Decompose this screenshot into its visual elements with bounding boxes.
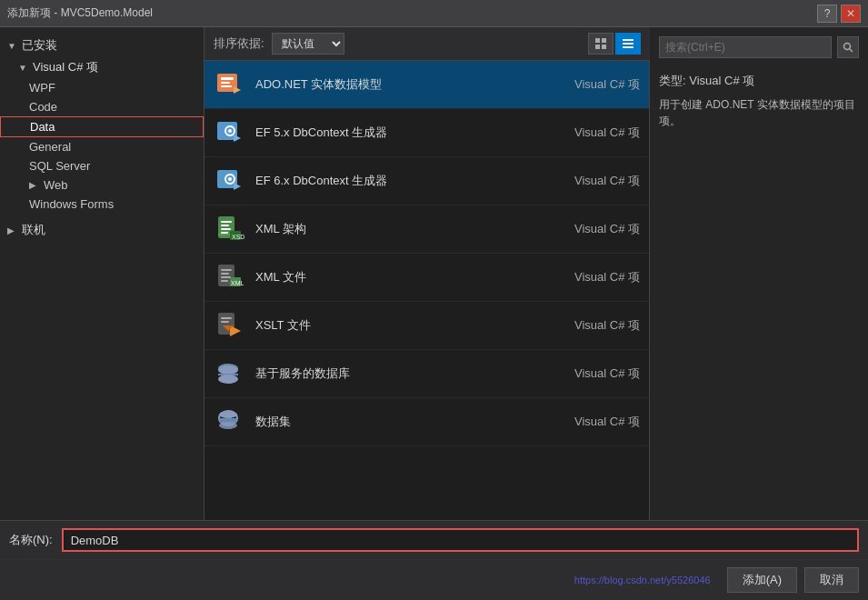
title-text: 添加新项 - MVC5Demo.Model — [7, 5, 153, 21]
name-label: 名称(N): — [9, 532, 53, 548]
item-cat-xslt: Visual C# 项 — [574, 317, 640, 334]
svg-rect-36 — [221, 317, 232, 319]
info-type: 类型: Visual C# 项 — [659, 73, 859, 89]
svg-rect-32 — [221, 280, 228, 282]
svg-rect-10 — [221, 85, 232, 87]
item-name-xmlfile: XML 文件 — [255, 269, 565, 285]
main-content: ▼ 已安装 ▼ Visual C# 项 WPF Code Data Genera… — [0, 27, 868, 520]
xslt-icon — [214, 309, 246, 342]
svg-rect-1 — [602, 38, 606, 43]
sidebar-section-installed[interactable]: ▼ 已安装 — [0, 35, 204, 56]
svg-text:XML: XML — [231, 280, 244, 286]
sidebar-visual-csharp[interactable]: ▼ Visual C# 项 — [0, 56, 204, 78]
view-buttons — [588, 33, 641, 55]
svg-rect-4 — [623, 39, 634, 41]
item-name-ado: ADO.NET 实体数据模型 — [255, 76, 565, 93]
svg-rect-6 — [623, 46, 634, 48]
sidebar-item-code[interactable]: Code — [0, 97, 204, 116]
sidebar-item-sql-server[interactable]: SQL Server — [0, 156, 204, 175]
items-area: ADO.NET 实体数据模型 Visual C# 项 EF 5.x DbCont… — [205, 61, 650, 520]
action-buttons: https://blog.csdn.net/y5526046 添加(A) 取消 — [0, 559, 868, 600]
xmlfile-icon: XML — [214, 261, 246, 294]
sidebar-section-online[interactable]: ▶ 联机 — [0, 219, 204, 241]
svg-rect-9 — [221, 82, 230, 84]
svg-rect-2 — [595, 45, 600, 49]
sidebar-csharp-label: Visual C# 项 — [33, 59, 98, 75]
item-cat-servicedb: Visual C# 项 — [574, 365, 640, 382]
search-input[interactable] — [659, 36, 832, 58]
xmlschema-icon: XSD — [214, 213, 246, 245]
item-row-dataset[interactable]: 数据集 Visual C# 项 — [205, 398, 649, 446]
sidebar-item-wpf[interactable]: WPF — [0, 78, 204, 97]
item-name-xslt: XSLT 文件 — [255, 317, 565, 334]
center-panel: 排序依据: 默认值 — [205, 27, 650, 520]
svg-rect-3 — [602, 45, 606, 49]
bottom-bar: 名称(N): — [0, 520, 868, 559]
arrow-online: ▶ — [7, 225, 18, 235]
ado-icon — [214, 68, 246, 101]
svg-rect-21 — [221, 221, 232, 223]
svg-point-48 — [844, 44, 851, 50]
close-button[interactable]: ✕ — [841, 5, 861, 23]
toolbar: 排序依据: 默认值 — [205, 27, 650, 61]
sidebar-item-windows-forms[interactable]: Windows Forms — [0, 195, 204, 214]
item-row-ef6[interactable]: EF 6.x DbContext 生成器 Visual C# 项 — [205, 157, 649, 205]
svg-point-44 — [218, 375, 238, 384]
add-button[interactable]: 添加(A) — [727, 567, 797, 593]
svg-point-46 — [219, 411, 237, 418]
sort-label: 排序依据: — [214, 35, 264, 52]
svg-rect-24 — [221, 232, 228, 234]
item-cat-ef6: Visual C# 项 — [574, 173, 640, 189]
sidebar: ▼ 已安装 ▼ Visual C# 项 WPF Code Data Genera… — [0, 27, 205, 520]
svg-rect-29 — [221, 269, 232, 271]
ef6-icon — [214, 165, 246, 197]
item-name-servicedb: 基于服务的数据库 — [255, 365, 565, 382]
item-cat-xmlfile: Visual C# 项 — [574, 269, 640, 285]
title-buttons: ? ✕ — [817, 5, 861, 23]
item-name-xmlschema: XML 架构 — [255, 221, 565, 237]
search-box — [659, 36, 859, 58]
item-name-ef6: EF 6.x DbContext 生成器 — [255, 173, 565, 189]
list-view-button[interactable] — [615, 33, 641, 55]
svg-rect-30 — [221, 273, 229, 275]
item-cat-ado: Visual C# 项 — [574, 76, 640, 93]
svg-rect-23 — [221, 228, 231, 230]
sidebar-installed-label: 已安装 — [22, 37, 57, 54]
servicedb-icon — [214, 357, 246, 390]
item-row-xslt[interactable]: XSLT 文件 Visual C# 项 — [205, 302, 649, 350]
arrow-installed: ▼ — [7, 41, 18, 51]
svg-point-18 — [228, 177, 232, 181]
svg-text:XSD: XSD — [232, 234, 244, 240]
cancel-button[interactable]: 取消 — [804, 567, 859, 593]
svg-rect-0 — [595, 38, 600, 43]
svg-rect-22 — [221, 225, 229, 226]
item-cat-xmlschema: Visual C# 项 — [574, 221, 640, 237]
sidebar-online-label: 联机 — [22, 222, 45, 238]
grid-view-button[interactable] — [588, 33, 614, 55]
sidebar-item-web[interactable]: ▶ Web — [0, 175, 204, 195]
svg-rect-5 — [623, 43, 634, 45]
dataset-icon — [214, 405, 246, 438]
sidebar-item-data[interactable]: Data — [0, 116, 204, 137]
svg-line-49 — [850, 49, 853, 52]
svg-rect-8 — [221, 77, 234, 80]
name-input[interactable] — [62, 528, 859, 552]
info-description: 用于创建 ADO.NET 实体数据模型的项目项。 — [659, 96, 859, 129]
info-panel: 类型: Visual C# 项 用于创建 ADO.NET 实体数据模型的项目项。 — [650, 27, 868, 520]
sidebar-item-general[interactable]: General — [0, 137, 204, 156]
item-row-xmlfile[interactable]: XML XML 文件 Visual C# 项 — [205, 254, 649, 302]
sort-select[interactable]: 默认值 — [272, 33, 344, 55]
item-row-ef5[interactable]: EF 5.x DbContext 生成器 Visual C# 项 — [205, 109, 649, 157]
svg-rect-37 — [221, 321, 229, 323]
item-name-ef5: EF 5.x DbContext 生成器 — [255, 125, 565, 141]
item-row-xmlschema[interactable]: XSD XML 架构 Visual C# 项 — [205, 205, 649, 254]
item-row-ado[interactable]: ADO.NET 实体数据模型 Visual C# 项 — [205, 61, 649, 109]
item-row-servicedb[interactable]: 基于服务的数据库 Visual C# 项 — [205, 350, 649, 398]
url-label: https://blog.csdn.net/y5526046 — [565, 573, 720, 587]
item-name-dataset: 数据集 — [255, 414, 565, 430]
title-bar: 添加新项 - MVC5Demo.Model ? ✕ — [0, 0, 868, 27]
help-button[interactable]: ? — [817, 5, 837, 23]
item-cat-dataset: Visual C# 项 — [574, 414, 640, 430]
arrow-web: ▶ — [29, 180, 40, 190]
search-button[interactable] — [837, 36, 859, 58]
